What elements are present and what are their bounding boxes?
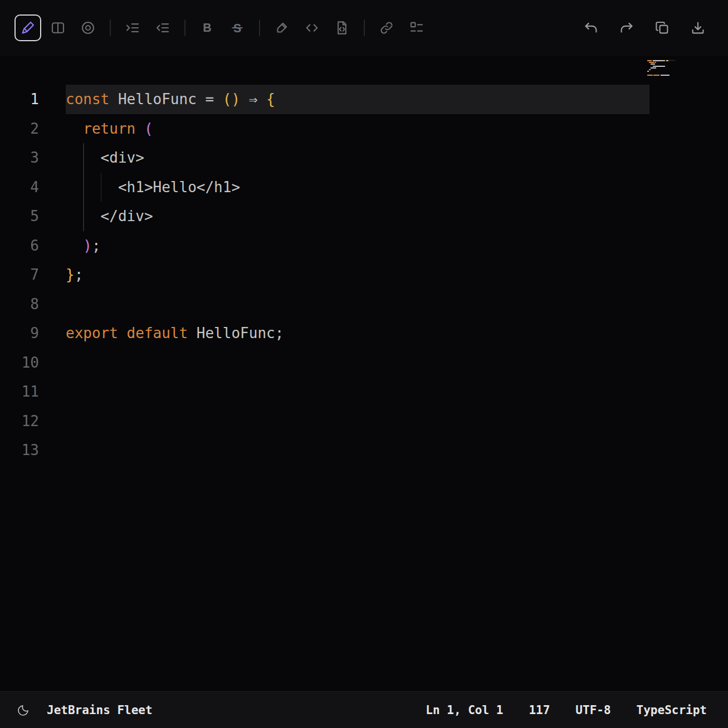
code-line[interactable]: 2 return (: [0, 114, 728, 144]
code-line[interactable]: 1const HelloFunc = () ⇒ {: [0, 85, 728, 114]
toolbar-bold-button[interactable]: B: [194, 14, 221, 41]
toolbar-target-button[interactable]: [75, 14, 101, 41]
copy-icon: [654, 19, 671, 36]
status-bar: JetBrains Fleet Ln 1, Col 1 117 UTF-8 Ty…: [0, 691, 728, 728]
toolbar-right: [578, 14, 711, 41]
line-number: 10: [0, 348, 39, 378]
app-name: JetBrains Fleet: [47, 703, 153, 717]
token: [118, 325, 127, 341]
code-text: };: [66, 260, 649, 290]
undo-icon: [583, 19, 599, 36]
code-line[interactable]: 9export default HelloFunc;: [0, 319, 728, 348]
token: ;: [92, 237, 101, 254]
line-number: 12: [0, 407, 39, 436]
token: <h1>Hello</h1>: [66, 179, 240, 196]
toolbar-group: [119, 14, 176, 41]
token: (: [144, 120, 153, 137]
toolbar-undo-button[interactable]: [578, 14, 604, 41]
checklist-icon: [408, 19, 425, 36]
encoding-indicator[interactable]: UTF-8: [575, 703, 610, 717]
toolbar-group: [268, 14, 355, 41]
toolbar-file-code-button[interactable]: [329, 14, 355, 41]
code-line[interactable]: 7};: [0, 260, 728, 290]
theme-toggle-button[interactable]: [13, 700, 33, 720]
code-line[interactable]: 12: [0, 407, 728, 436]
cursor-position[interactable]: Ln 1, Col 1: [426, 703, 503, 717]
strikethrough-icon: S: [229, 19, 246, 36]
line-number: 5: [0, 202, 39, 231]
fleet-window: BS 1const HelloFunc = () ⇒ {2 return (3 …: [0, 0, 728, 728]
code-line[interactable]: 8: [0, 290, 728, 319]
code-text: [66, 348, 649, 378]
toolbar-brush-button[interactable]: [268, 14, 295, 41]
toolbar: BS: [0, 0, 728, 56]
toolbar-group: [14, 14, 101, 41]
token: [135, 120, 144, 137]
minimap[interactable]: [647, 60, 675, 84]
line-number: 6: [0, 231, 39, 261]
line-number: 9: [0, 319, 39, 348]
code-text: return (: [66, 114, 649, 144]
toolbar-group: BS: [194, 14, 251, 41]
line-number: 11: [0, 377, 39, 407]
indent-guide: [83, 173, 84, 202]
toolbar-pen-button[interactable]: [14, 14, 41, 41]
split-view-icon: [50, 19, 66, 36]
toolbar-outdent-button[interactable]: [149, 14, 176, 41]
bold-icon: B: [199, 19, 216, 36]
code-text: <div>: [66, 143, 649, 173]
code-line[interactable]: 5 </div>: [0, 202, 728, 231]
code-line[interactable]: 3 <div>: [0, 143, 728, 173]
code-text: [66, 407, 649, 436]
redo-icon: [618, 19, 635, 36]
download-icon: [690, 19, 706, 36]
line-number: 1: [0, 85, 39, 114]
line-number: 8: [0, 290, 39, 319]
code-line[interactable]: 13: [0, 436, 728, 465]
language-mode[interactable]: TypeScript: [637, 703, 707, 717]
svg-text:B: B: [203, 21, 211, 35]
minimap-line: [647, 82, 675, 84]
char-count[interactable]: 117: [529, 703, 550, 717]
pen-icon: [19, 19, 36, 36]
toolbar-download-button[interactable]: [685, 14, 711, 41]
code-line[interactable]: 6 );: [0, 231, 728, 261]
toolbar-indent-button[interactable]: [119, 14, 146, 41]
toolbar-copy-button[interactable]: [649, 14, 676, 41]
code-text: </div>: [66, 202, 649, 231]
token: export: [66, 325, 118, 341]
token: <div>: [66, 149, 144, 166]
token: HelloFunc =: [109, 91, 223, 108]
code-line[interactable]: 10: [0, 348, 728, 378]
line-number: 2: [0, 114, 39, 144]
token: }: [66, 266, 75, 283]
brush-icon: [273, 19, 290, 36]
toolbar-group: [373, 14, 430, 41]
toolbar-code-button[interactable]: [299, 14, 325, 41]
code-editor[interactable]: 1const HelloFunc = () ⇒ {2 return (3 <di…: [0, 56, 728, 691]
toolbar-link-button[interactable]: [373, 14, 400, 41]
toolbar-split-view-button[interactable]: [45, 14, 71, 41]
moon-icon: [17, 703, 30, 717]
toolbar-checklist-button[interactable]: [403, 14, 430, 41]
indent-guide: [83, 143, 84, 173]
toolbar-redo-button[interactable]: [613, 14, 640, 41]
line-number: 13: [0, 436, 39, 465]
code-text: [66, 290, 649, 319]
outdent-icon: [154, 19, 171, 36]
code-text: [66, 436, 649, 465]
token: return: [83, 120, 135, 137]
toolbar-divider: [259, 19, 260, 36]
target-icon: [80, 19, 96, 36]
indent-icon: [124, 19, 141, 36]
editor-lines: 1const HelloFunc = () ⇒ {2 return (3 <di…: [0, 56, 728, 465]
code-line[interactable]: 4 <h1>Hello</h1>: [0, 173, 728, 202]
indent-guide: [83, 202, 84, 231]
code-icon: [304, 19, 320, 36]
toolbar-strikethrough-button[interactable]: S: [224, 14, 251, 41]
token: </div>: [66, 208, 153, 224]
line-number: 4: [0, 173, 39, 202]
code-line[interactable]: 11: [0, 377, 728, 407]
token: [66, 120, 83, 137]
token: ;: [75, 266, 84, 283]
